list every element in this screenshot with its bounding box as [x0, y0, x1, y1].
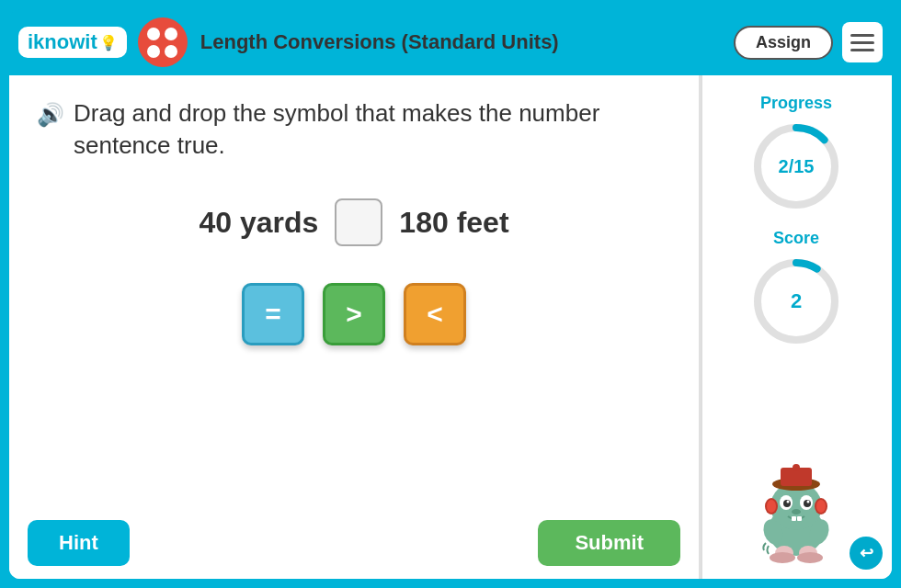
- hint-button[interactable]: Hint: [28, 520, 130, 566]
- logo-text: iknowit: [28, 30, 97, 54]
- mascot: [746, 458, 847, 564]
- symbols-row: = > <: [37, 283, 671, 345]
- mascot-image: [746, 458, 847, 564]
- hamburger-icon: [850, 34, 874, 37]
- svg-point-21: [816, 500, 826, 513]
- progress-label: Progress: [760, 94, 832, 113]
- back-button[interactable]: ↩: [850, 537, 883, 570]
- logo: iknowit 💡: [18, 27, 127, 58]
- sidebar-divider: [701, 75, 702, 579]
- svg-point-11: [807, 501, 810, 503]
- menu-button[interactable]: [842, 22, 883, 62]
- svg-point-17: [793, 464, 800, 471]
- svg-point-10: [787, 501, 790, 503]
- svg-point-19: [767, 500, 776, 513]
- score-value: 2: [791, 289, 802, 313]
- speaker-icon[interactable]: 🔊: [37, 100, 64, 130]
- question-area: 🔊 Drag and drop the symbol that makes th…: [9, 75, 699, 579]
- header: iknowit 💡 Length Conversions (Standard U…: [9, 9, 892, 75]
- progress-text: 2/15: [779, 156, 815, 177]
- greater-button[interactable]: >: [323, 283, 385, 345]
- header-actions: Assign: [734, 22, 883, 62]
- score-label: Score: [773, 229, 819, 248]
- assign-button[interactable]: Assign: [734, 26, 833, 60]
- svg-rect-14: [797, 516, 802, 521]
- hamburger-icon: [850, 49, 874, 51]
- submit-button[interactable]: Submit: [538, 520, 680, 566]
- score-circle: 2: [750, 255, 842, 347]
- main-content: 🔊 Drag and drop the symbol that makes th…: [9, 75, 892, 579]
- less-button[interactable]: <: [404, 283, 466, 345]
- back-icon: ↩: [860, 543, 873, 563]
- lesson-title: Length Conversions (Standard Units): [200, 30, 734, 54]
- svg-point-12: [792, 509, 801, 514]
- svg-rect-13: [792, 516, 796, 521]
- equals-button[interactable]: =: [242, 283, 304, 345]
- svg-point-27: [797, 552, 823, 563]
- equation-row: 40 yards 180 feet: [37, 198, 671, 246]
- sidebar: Progress 2/15 Score 2: [699, 75, 892, 579]
- instruction-text: Drag and drop the symbol that makes the …: [74, 97, 671, 162]
- right-value: 180 feet: [399, 206, 508, 240]
- lesson-icon: [138, 17, 188, 67]
- svg-point-26: [770, 552, 795, 563]
- bottom-buttons: Hint Submit: [9, 507, 699, 579]
- drop-target[interactable]: [335, 198, 382, 246]
- hamburger-icon: [850, 41, 874, 44]
- left-value: 40 yards: [199, 206, 318, 240]
- question-instruction: 🔊 Drag and drop the symbol that makes th…: [37, 97, 671, 162]
- progress-circle: 2/15: [750, 120, 842, 212]
